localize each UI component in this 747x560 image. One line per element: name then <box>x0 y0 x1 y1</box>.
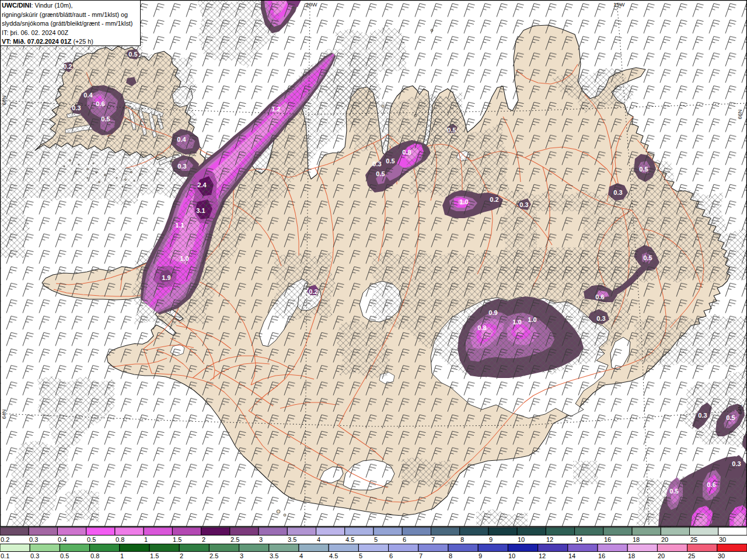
svg-text:0.5: 0.5 <box>376 170 385 177</box>
svg-text:1.0: 1.0 <box>528 316 536 323</box>
svg-text:0.8: 0.8 <box>477 324 486 331</box>
svg-text:VT: Mið. 07.02.2024 01Z (+25 h: VT: Mið. 07.02.2024 01Z (+25 h) <box>2 38 93 45</box>
svg-text:9: 9 <box>479 552 482 559</box>
svg-text:0.6: 0.6 <box>707 481 715 488</box>
svg-text:1.0: 1.0 <box>180 255 189 262</box>
svg-text:rigning/skúrir (grænt/blátt/ra: rigning/skúrir (grænt/blátt/rautt - mm/1… <box>2 11 128 18</box>
svg-text:3.5: 3.5 <box>288 536 296 543</box>
svg-text:0.3: 0.3 <box>30 552 39 559</box>
svg-text:2: 2 <box>180 552 183 559</box>
svg-text:0.2: 0.2 <box>309 288 317 295</box>
svg-text:0.8: 0.8 <box>402 149 411 156</box>
svg-text:0.4: 0.4 <box>83 92 93 99</box>
svg-text:18: 18 <box>628 552 635 559</box>
svg-text:8: 8 <box>460 536 464 543</box>
svg-text:1.5: 1.5 <box>150 552 159 559</box>
svg-text:0.5: 0.5 <box>669 488 678 495</box>
svg-text:0.3: 0.3 <box>72 104 81 111</box>
svg-text:25: 25 <box>690 536 697 543</box>
svg-text:3.1: 3.1 <box>196 207 205 214</box>
svg-text:18: 18 <box>633 536 640 543</box>
svg-text:0.5: 0.5 <box>386 158 395 164</box>
svg-text:0.5: 0.5 <box>643 254 652 261</box>
svg-text:20: 20 <box>658 552 665 559</box>
svg-text:6: 6 <box>389 552 393 559</box>
svg-text:1: 1 <box>120 552 124 559</box>
svg-text:0.5: 0.5 <box>128 51 137 58</box>
svg-text:14: 14 <box>568 552 575 559</box>
svg-text:4: 4 <box>317 536 320 543</box>
svg-text:30: 30 <box>718 552 725 559</box>
svg-text:1.0: 1.0 <box>459 198 468 205</box>
svg-text:0.5: 0.5 <box>87 536 96 543</box>
svg-text:8: 8 <box>449 552 452 559</box>
svg-text:0.3: 0.3 <box>613 189 622 196</box>
svg-text:1.5: 1.5 <box>173 536 181 543</box>
svg-text:0.3: 0.3 <box>177 163 186 170</box>
svg-text:3: 3 <box>259 536 263 543</box>
svg-text:0.3: 0.3 <box>732 460 741 467</box>
svg-text:0.2: 0.2 <box>1 536 9 543</box>
svg-text:0.5: 0.5 <box>639 166 648 173</box>
svg-text:16: 16 <box>598 552 605 559</box>
svg-text:0.6: 0.6 <box>96 100 104 107</box>
svg-text:3.5: 3.5 <box>270 552 278 559</box>
svg-text:2.5: 2.5 <box>231 536 239 543</box>
svg-text:0.8: 0.8 <box>90 552 99 559</box>
svg-text:6: 6 <box>403 536 406 543</box>
svg-text:5: 5 <box>374 536 378 543</box>
svg-text:4.5: 4.5 <box>345 536 354 543</box>
svg-text:UWC/DINI: Vindur (10m),: UWC/DINI: Vindur (10m), <box>2 2 73 9</box>
svg-text:0.3: 0.3 <box>29 536 38 543</box>
svg-text:0.5: 0.5 <box>447 127 456 134</box>
svg-text:0.3: 0.3 <box>596 315 605 322</box>
svg-text:25: 25 <box>688 552 695 559</box>
svg-text:IT: þri. 06. 02. 2024 00Z: IT: þri. 06. 02. 2024 00Z <box>2 29 68 36</box>
svg-text:0.8: 0.8 <box>116 536 124 543</box>
svg-text:5: 5 <box>359 552 362 559</box>
svg-text:9: 9 <box>489 536 493 543</box>
svg-text:0.2: 0.2 <box>63 63 72 70</box>
svg-text:7: 7 <box>431 536 435 543</box>
svg-text:10: 10 <box>508 552 515 559</box>
svg-text:0.5: 0.5 <box>60 552 69 559</box>
svg-text:1.1: 1.1 <box>175 222 184 229</box>
svg-text:0.4: 0.4 <box>58 536 67 543</box>
svg-text:0.5: 0.5 <box>726 414 735 421</box>
svg-text:0.1: 0.1 <box>1 552 9 559</box>
svg-text:14: 14 <box>575 536 582 543</box>
svg-text:slydda/snjókoma (grátt/bleikt/: slydda/snjókoma (grátt/bleikt/grænt - mm… <box>2 20 132 27</box>
svg-text:0.6: 0.6 <box>595 293 604 300</box>
svg-text:20: 20 <box>661 536 668 543</box>
svg-text:2: 2 <box>202 536 205 543</box>
svg-text:0.3: 0.3 <box>698 412 707 419</box>
svg-text:2.4: 2.4 <box>197 181 207 188</box>
svg-text:4: 4 <box>299 552 303 559</box>
svg-text:1.2: 1.2 <box>271 106 280 113</box>
svg-text:16: 16 <box>604 536 611 543</box>
svg-text:1.0: 1.0 <box>512 318 521 326</box>
svg-text:10: 10 <box>518 536 525 543</box>
svg-text:0.2: 0.2 <box>490 196 498 203</box>
svg-text:2.5: 2.5 <box>210 552 218 559</box>
svg-text:0.9: 0.9 <box>488 309 497 316</box>
svg-text:0.4: 0.4 <box>177 136 186 143</box>
svg-text:0.5: 0.5 <box>101 116 110 123</box>
svg-text:30: 30 <box>719 536 726 543</box>
svg-text:4.5: 4.5 <box>329 552 338 559</box>
svg-text:0.3: 0.3 <box>519 201 528 208</box>
svg-text:1: 1 <box>144 536 148 543</box>
svg-text:12: 12 <box>539 552 546 559</box>
svg-text:0.3: 0.3 <box>372 160 381 167</box>
svg-text:7: 7 <box>419 552 423 559</box>
svg-text:12: 12 <box>546 536 553 543</box>
svg-text:1.9: 1.9 <box>162 274 170 281</box>
svg-text:3: 3 <box>240 552 243 559</box>
